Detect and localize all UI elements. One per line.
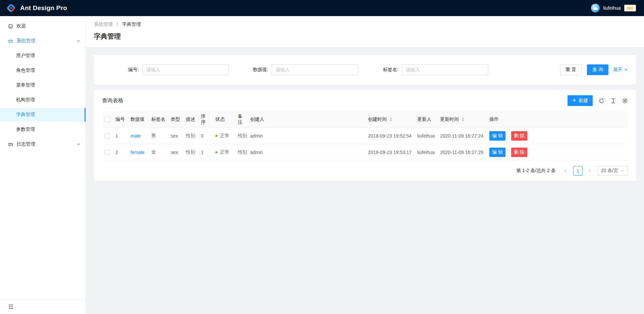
next-page-icon[interactable]	[585, 166, 595, 175]
status-text: 正常	[220, 133, 229, 138]
col-header-value: 数据值	[128, 111, 149, 127]
pagination: 第 1-2 条/总共 2 条 1 20 条/页	[94, 161, 636, 181]
form-item-value: 数据值:	[253, 64, 358, 75]
page-size-select[interactable]: 20 条/页	[597, 166, 628, 175]
value-link[interactable]: male	[130, 133, 141, 139]
id-field-input[interactable]	[142, 64, 229, 75]
sidebar-item-system-management[interactable]: 系统管理	[0, 34, 86, 48]
breadcrumb-separator: /	[117, 21, 118, 27]
search-form-card: 编号: 数据值: 标签名: 重 置 查 询 展开	[94, 55, 636, 85]
breadcrumb-item-system[interactable]: 系统管理	[94, 21, 113, 27]
cell-status: 正常	[213, 127, 235, 144]
sidebar-item-dict-management[interactable]: 字典管理	[0, 108, 86, 121]
new-button-label: 新建	[579, 98, 588, 104]
sidebar-item-log-management[interactable]: 日志管理	[0, 138, 86, 151]
form-item-id: 编号:	[128, 64, 229, 75]
cell-id: 2	[113, 144, 128, 160]
cell-updater: liufeihua	[415, 127, 437, 144]
table-row: 2 female 女 sex 性别 1 正常 性别 admin 2018-09-…	[102, 144, 628, 160]
top-header: Ant Design Pro liufeihua dev	[0, 0, 644, 16]
select-all-cell	[102, 111, 113, 127]
sidebar-item-org-management[interactable]: 机构管理	[0, 93, 86, 107]
sidebar-item-welcome[interactable]: 欢迎	[0, 19, 86, 33]
logo-area[interactable]: Ant Design Pro	[6, 3, 67, 13]
breadcrumb: 系统管理 / 字典管理	[94, 21, 636, 28]
chevron-down-icon	[624, 67, 628, 72]
page-body: 编号: 数据值: 标签名: 重 置 查 询 展开	[86, 47, 644, 189]
sidebar-item-label: 用户管理	[16, 53, 35, 59]
new-button[interactable]: 新建	[568, 95, 593, 106]
query-table-card: 查询表格 新建	[94, 90, 636, 181]
select-all-checkbox[interactable]	[105, 117, 110, 122]
menu-fold-icon[interactable]	[8, 304, 14, 310]
cell-status: 正常	[213, 144, 235, 160]
reload-icon[interactable]	[599, 98, 604, 104]
user-area: liufeihua dev	[591, 4, 636, 12]
sidebar-item-role-management[interactable]: 角色管理	[0, 64, 86, 77]
col-header-creator: 创建人	[248, 111, 365, 127]
app-title: Ant Design Pro	[20, 4, 67, 12]
sidebar-item-label: 角色管理	[16, 67, 35, 73]
cell-create-time: 2018-09-23 19:53:17	[365, 144, 415, 160]
sidebar-item-label: 欢迎	[16, 23, 26, 29]
col-header-update-time[interactable]: 更新时间	[437, 111, 487, 127]
delete-button[interactable]: 删 除	[511, 148, 527, 157]
id-field-label: 编号:	[128, 67, 142, 73]
table-header-row: 编号 数据值 标签名 类型 描述 排序 状态 备注 创建人 创建时间 更新人 更…	[102, 111, 628, 127]
env-tag: dev	[624, 5, 636, 11]
row-checkbox[interactable]	[105, 133, 110, 139]
cell-type: sex	[168, 127, 183, 144]
cell-creator: admin	[248, 127, 365, 144]
cell-sort: 0	[198, 127, 213, 144]
cell-update-time: 2020-11-09 16:27:24	[437, 127, 487, 144]
avatar[interactable]	[591, 4, 600, 12]
reset-button[interactable]: 重 置	[560, 64, 582, 75]
chevron-down-icon	[77, 143, 80, 146]
page-title: 字典管理	[94, 32, 636, 41]
action-divider	[508, 134, 508, 138]
cell-update-time: 2020-11-09 16:27:26	[437, 144, 487, 160]
cell-sort: 1	[198, 144, 213, 160]
sort-carets-icon	[389, 117, 392, 121]
query-button[interactable]: 查 询	[587, 64, 608, 75]
delete-button[interactable]: 删 除	[511, 131, 527, 141]
page-header: 系统管理 / 字典管理 字典管理	[86, 16, 644, 47]
value-link[interactable]: female	[130, 150, 145, 155]
cell-actions: 编 辑删 除	[487, 127, 628, 144]
edit-button[interactable]: 编 辑	[489, 131, 505, 141]
sidebar-item-label: 菜单管理	[16, 82, 35, 88]
sidebar-item-param-management[interactable]: 参数管理	[0, 123, 86, 136]
cell-actions: 编 辑删 除	[487, 144, 628, 160]
crown-icon	[8, 142, 13, 147]
table-toolbar: 新建	[568, 95, 628, 106]
breadcrumb-item-dict: 字典管理	[122, 21, 141, 27]
cell-value: male	[128, 127, 149, 144]
sidebar-item-user-management[interactable]: 用户管理	[0, 49, 86, 62]
row-checkbox[interactable]	[105, 150, 110, 155]
user-name[interactable]: liufeihua	[603, 5, 621, 11]
sidebar-footer	[0, 299, 86, 314]
col-header-tag-name: 标签名	[149, 111, 168, 127]
edit-button[interactable]: 编 辑	[489, 148, 505, 157]
plus-icon	[572, 98, 576, 103]
ant-design-logo-icon	[6, 3, 16, 13]
column-height-icon[interactable]	[610, 98, 616, 104]
table-card-header: 查询表格 新建	[94, 90, 636, 111]
expand-link[interactable]: 展开	[613, 67, 628, 73]
status-dot-icon	[215, 135, 217, 137]
col-header-type: 类型	[168, 111, 183, 127]
page-number-1[interactable]: 1	[573, 166, 583, 175]
settings-gear-icon[interactable]	[622, 98, 628, 104]
sidebar-item-menu-management[interactable]: 菜单管理	[0, 78, 86, 92]
sidebar-item-label: 机构管理	[16, 97, 35, 103]
col-header-create-time[interactable]: 创建时间	[365, 111, 415, 127]
col-header-updater: 更新人	[415, 111, 437, 127]
cell-updater: liufeihua	[415, 144, 437, 160]
prev-page-icon[interactable]	[561, 166, 571, 175]
sidebar-menu: 欢迎 系统管理 用户管理 角色管理 菜单管理 机构管理 字典管理 参数管理	[0, 16, 86, 152]
col-header-sort: 排序	[198, 111, 213, 127]
col-header-desc: 描述	[183, 111, 198, 127]
value-field-input[interactable]	[272, 64, 358, 75]
cell-desc: 性别	[183, 144, 198, 160]
tag-field-input[interactable]	[402, 64, 488, 75]
